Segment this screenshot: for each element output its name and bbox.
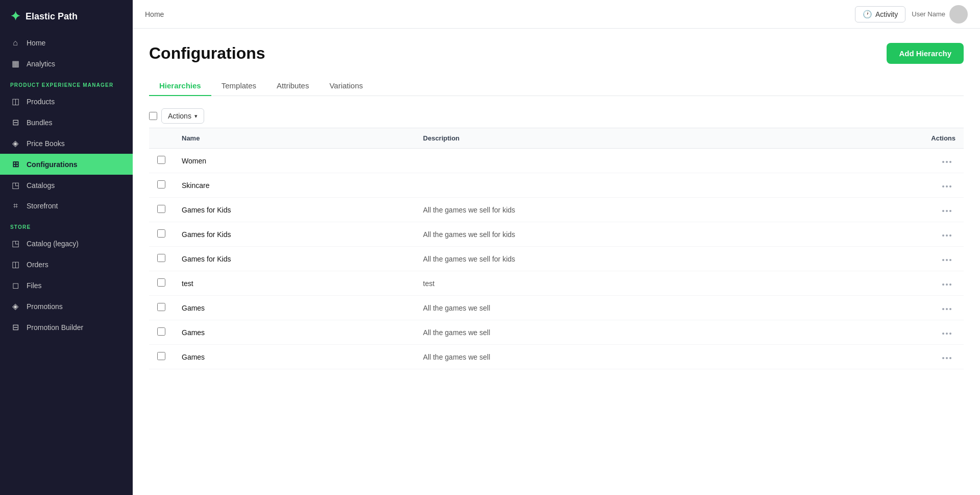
main-area: Home 🕐 Activity User Name Configurations… (133, 0, 980, 495)
row-actions-menu-button[interactable] (938, 232, 955, 239)
sidebar-store-nav: ◳ Catalog (legacy) ◫ Orders ◻ Files ◈ Pr… (0, 233, 133, 338)
row-description (415, 149, 814, 173)
row-checkbox-cell (149, 345, 174, 369)
sidebar-item-orders[interactable]: ◫ Orders (0, 254, 133, 275)
row-description: All the games we sell for kids (415, 198, 814, 222)
row-checkbox-cell (149, 271, 174, 296)
price-books-icon: ◈ (10, 138, 20, 148)
row-checkbox[interactable] (157, 156, 165, 164)
row-name: Skincare (174, 173, 415, 198)
page-title: Configurations (149, 44, 265, 63)
dot-3 (949, 161, 951, 163)
sidebar: ✦ Elastic Path ⌂ Home ▦ Analytics PRODUC… (0, 0, 133, 495)
sidebar-item-storefront-label: Storefront (27, 202, 58, 210)
activity-label: Activity (875, 10, 898, 18)
sidebar-store-label: STORE (0, 216, 133, 233)
row-checkbox[interactable] (157, 327, 165, 336)
sidebar-item-analytics[interactable]: ▦ Analytics (0, 53, 133, 74)
sidebar-item-storefront[interactable]: ⌗ Storefront (0, 196, 133, 216)
tab-variations[interactable]: Variations (319, 76, 373, 96)
dot-1 (942, 308, 944, 310)
row-description: test (415, 271, 814, 296)
row-actions-menu-button[interactable] (938, 355, 955, 361)
row-actions-menu-button[interactable] (938, 208, 955, 214)
user-avatar-area: User Name (912, 5, 968, 23)
sidebar-item-catalogs[interactable]: ◳ Catalogs (0, 175, 133, 196)
sidebar-item-products[interactable]: ◫ Products (0, 91, 133, 112)
sidebar-item-products-label: Products (27, 98, 55, 106)
dot-3 (949, 357, 951, 359)
sidebar-item-configurations-label: Configurations (27, 160, 78, 169)
row-checkbox[interactable] (157, 352, 165, 360)
avatar[interactable] (949, 5, 968, 23)
sidebar-item-catalog-legacy[interactable]: ◳ Catalog (legacy) (0, 233, 133, 254)
row-checkbox[interactable] (157, 229, 165, 238)
sidebar-item-configurations[interactable]: ⊞ Configurations (0, 154, 133, 175)
row-checkbox[interactable] (157, 303, 165, 311)
sidebar-item-orders-label: Orders (27, 261, 48, 269)
row-name: Games (174, 320, 415, 345)
activity-clock-icon: 🕐 (863, 10, 872, 19)
dot-3 (949, 284, 951, 286)
sidebar-item-bundles[interactable]: ⊟ Bundles (0, 112, 133, 133)
dot-3 (949, 333, 951, 335)
sidebar-item-files[interactable]: ◻ Files (0, 275, 133, 296)
tab-attributes[interactable]: Attributes (266, 76, 319, 96)
sidebar-item-bundles-label: Bundles (27, 119, 53, 127)
table-row: Games All the games we sell (149, 320, 964, 345)
catalogs-icon: ◳ (10, 180, 20, 190)
row-checkbox-cell (149, 320, 174, 345)
sidebar-logo: ✦ Elastic Path (0, 0, 133, 33)
row-description: All the games we sell (415, 296, 814, 320)
dot-3 (949, 308, 951, 310)
add-hierarchy-button[interactable]: Add Hierarchy (887, 43, 964, 64)
dot-3 (949, 259, 951, 261)
row-checkbox[interactable] (157, 180, 165, 188)
row-name: Games for Kids (174, 198, 415, 222)
row-checkbox-cell (149, 247, 174, 271)
row-actions-menu-button[interactable] (938, 257, 955, 263)
row-actions-menu-button[interactable] (938, 281, 955, 288)
dot-3 (949, 210, 951, 212)
table-row: Women (149, 149, 964, 173)
row-name: Games for Kids (174, 247, 415, 271)
row-checkbox[interactable] (157, 254, 165, 262)
row-actions-menu-button[interactable] (938, 159, 955, 165)
sidebar-item-catalog-legacy-label: Catalog (legacy) (27, 240, 79, 248)
row-actions-menu-button[interactable] (938, 183, 955, 190)
sidebar-logo-text: Elastic Path (26, 11, 78, 22)
table-row: Games All the games we sell (149, 345, 964, 369)
dot-1 (942, 234, 944, 237)
select-all-checkbox[interactable] (149, 112, 157, 120)
tabs-bar: Hierarchies Templates Attributes Variati… (149, 76, 964, 96)
analytics-icon: ▦ (10, 59, 20, 68)
row-actions-cell (814, 149, 964, 173)
row-checkbox[interactable] (157, 205, 165, 213)
table-row: Games for Kids All the games we sell for… (149, 247, 964, 271)
row-actions-cell (814, 222, 964, 247)
actions-dropdown-button[interactable]: Actions ▾ (161, 108, 204, 124)
storefront-icon: ⌗ (10, 201, 20, 210)
row-actions-menu-button[interactable] (938, 331, 955, 337)
sidebar-item-price-books[interactable]: ◈ Price Books (0, 133, 133, 154)
tab-templates[interactable]: Templates (211, 76, 266, 96)
row-checkbox[interactable] (157, 278, 165, 287)
sidebar-pem-label: PRODUCT EXPERIENCE MANAGER (0, 74, 133, 91)
sidebar-item-home[interactable]: ⌂ Home (0, 33, 133, 53)
breadcrumb: Home (145, 10, 164, 18)
dot-1 (942, 210, 944, 212)
activity-button[interactable]: 🕐 Activity (855, 6, 905, 22)
row-description: All the games we sell (415, 345, 814, 369)
dot-2 (946, 234, 948, 237)
row-actions-cell (814, 198, 964, 222)
row-actions-menu-button[interactable] (938, 306, 955, 312)
sidebar-item-promotion-builder[interactable]: ⊟ Promotion Builder (0, 317, 133, 338)
topbar: Home 🕐 Activity User Name (133, 0, 980, 29)
table-row: Skincare (149, 173, 964, 198)
tab-hierarchies[interactable]: Hierarchies (149, 76, 211, 96)
configurations-icon: ⊞ (10, 159, 20, 169)
row-description: All the games we sell for kids (415, 222, 814, 247)
sidebar-item-promotions[interactable]: ◈ Promotions (0, 296, 133, 317)
sidebar-item-promotions-label: Promotions (27, 302, 63, 311)
col-description: Description (415, 128, 814, 149)
